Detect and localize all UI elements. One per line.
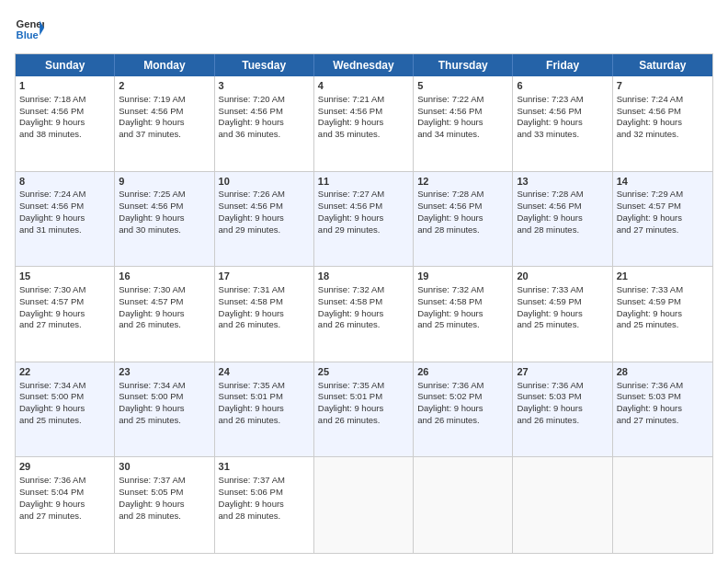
logo: General Blue (15, 15, 44, 44)
day-number: 4 (318, 79, 409, 93)
day-cell-6: 6Sunrise: 7:23 AMSunset: 4:56 PMDaylight… (513, 76, 612, 171)
day-info-line: Sunrise: 7:20 AM (219, 94, 310, 106)
day-info-line: Sunrise: 7:32 AM (318, 284, 409, 296)
day-info-line: and 26 minutes. (517, 415, 608, 427)
day-info-line: Sunset: 4:59 PM (517, 296, 608, 308)
day-cell-15: 15Sunrise: 7:30 AMSunset: 4:57 PMDayligh… (16, 267, 115, 362)
day-info-line: Daylight: 9 hours (318, 117, 409, 129)
day-info-line: and 28 minutes. (517, 224, 608, 236)
day-cell-4: 4Sunrise: 7:21 AMSunset: 4:56 PMDaylight… (314, 76, 414, 171)
day-info-line: Sunset: 5:00 PM (19, 391, 110, 403)
calendar-row-1: 8Sunrise: 7:24 AMSunset: 4:56 PMDaylight… (16, 172, 712, 268)
day-info-line: and 28 minutes. (417, 224, 508, 236)
day-info-line: Daylight: 9 hours (417, 308, 508, 320)
day-number: 17 (219, 270, 310, 283)
day-info-line: Daylight: 9 hours (617, 403, 709, 415)
day-info-line: Sunset: 5:06 PM (219, 487, 310, 499)
day-cell-26: 26Sunrise: 7:36 AMSunset: 5:02 PMDayligh… (414, 362, 513, 457)
day-info-line: Sunrise: 7:34 AM (19, 380, 110, 392)
day-cell-9: 9Sunrise: 7:25 AMSunset: 4:56 PMDaylight… (115, 172, 214, 267)
day-info-line: Sunrise: 7:29 AM (617, 189, 709, 201)
day-info-line: Daylight: 9 hours (119, 213, 210, 224)
day-info-line: Sunrise: 7:24 AM (617, 94, 709, 106)
day-number: 2 (119, 79, 210, 93)
empty-cell (314, 457, 414, 553)
day-header-saturday: Saturday (613, 54, 712, 76)
day-cell-10: 10Sunrise: 7:26 AMSunset: 4:56 PMDayligh… (215, 172, 314, 267)
day-cell-17: 17Sunrise: 7:31 AMSunset: 4:58 PMDayligh… (215, 267, 314, 362)
day-number: 19 (417, 270, 508, 283)
day-header-wednesday: Wednesday (314, 54, 414, 76)
day-info-line: Sunset: 4:56 PM (318, 201, 409, 213)
day-info-line: Sunrise: 7:31 AM (219, 284, 310, 296)
calendar-row-0: 1Sunrise: 7:18 AMSunset: 4:56 PMDaylight… (16, 76, 712, 172)
day-info-line: and 37 minutes. (119, 129, 210, 141)
day-cell-23: 23Sunrise: 7:34 AMSunset: 5:00 PMDayligh… (115, 362, 214, 457)
day-info-line: Sunrise: 7:35 AM (318, 380, 409, 392)
day-info-line: Sunset: 5:03 PM (617, 391, 709, 403)
day-number: 21 (617, 270, 709, 283)
day-header-monday: Monday (115, 54, 214, 76)
logo-icon: General Blue (15, 15, 44, 44)
day-info-line: Daylight: 9 hours (19, 308, 110, 320)
day-info-line: Sunset: 5:00 PM (119, 391, 210, 403)
day-info-line: Sunrise: 7:37 AM (219, 475, 310, 487)
day-cell-7: 7Sunrise: 7:24 AMSunset: 4:56 PMDaylight… (613, 76, 712, 171)
day-header-tuesday: Tuesday (215, 54, 314, 76)
day-number: 14 (617, 175, 709, 189)
day-info-line: Daylight: 9 hours (19, 403, 110, 415)
day-info-line: and 27 minutes. (19, 319, 110, 331)
day-cell-25: 25Sunrise: 7:35 AMSunset: 5:01 PMDayligh… (314, 362, 414, 457)
day-cell-31: 31Sunrise: 7:37 AMSunset: 5:06 PMDayligh… (215, 457, 314, 553)
day-number: 27 (517, 365, 608, 379)
day-info-line: and 29 minutes. (219, 224, 310, 236)
day-info-line: Sunrise: 7:33 AM (617, 284, 709, 296)
day-info-line: Daylight: 9 hours (617, 213, 709, 224)
day-info-line: Sunrise: 7:35 AM (219, 380, 310, 392)
day-info-line: Sunset: 4:57 PM (19, 296, 110, 308)
day-info-line: and 29 minutes. (318, 224, 409, 236)
day-cell-13: 13Sunrise: 7:28 AMSunset: 4:56 PMDayligh… (513, 172, 612, 267)
day-info-line: Sunrise: 7:18 AM (19, 94, 110, 106)
day-cell-14: 14Sunrise: 7:29 AMSunset: 4:57 PMDayligh… (613, 172, 712, 267)
day-info-line: Sunset: 4:56 PM (417, 201, 508, 213)
day-info-line: and 27 minutes. (617, 224, 709, 236)
day-info-line: Daylight: 9 hours (219, 308, 310, 320)
day-info-line: Sunrise: 7:33 AM (517, 284, 608, 296)
day-number: 8 (19, 175, 110, 189)
day-info-line: and 26 minutes. (318, 319, 409, 331)
day-cell-18: 18Sunrise: 7:32 AMSunset: 4:58 PMDayligh… (314, 267, 414, 362)
day-info-line: Daylight: 9 hours (119, 403, 210, 415)
day-info-line: Sunset: 4:56 PM (318, 106, 409, 118)
day-cell-21: 21Sunrise: 7:33 AMSunset: 4:59 PMDayligh… (613, 267, 712, 362)
day-number: 12 (417, 175, 508, 189)
day-number: 24 (219, 365, 310, 379)
day-info-line: Sunrise: 7:34 AM (119, 380, 210, 392)
day-info-line: Sunrise: 7:23 AM (517, 94, 608, 106)
day-info-line: Daylight: 9 hours (417, 117, 508, 129)
day-header-sunday: Sunday (16, 54, 115, 76)
day-number: 3 (219, 79, 310, 93)
day-cell-29: 29Sunrise: 7:36 AMSunset: 5:04 PMDayligh… (16, 457, 115, 553)
day-info-line: Sunset: 4:56 PM (417, 106, 508, 118)
calendar-header: SundayMondayTuesdayWednesdayThursdayFrid… (16, 54, 712, 76)
day-cell-5: 5Sunrise: 7:22 AMSunset: 4:56 PMDaylight… (414, 76, 513, 171)
day-cell-19: 19Sunrise: 7:32 AMSunset: 4:58 PMDayligh… (414, 267, 513, 362)
day-info-line: Daylight: 9 hours (517, 117, 608, 129)
day-number: 22 (19, 365, 110, 379)
day-info-line: Daylight: 9 hours (19, 213, 110, 224)
day-info-line: Sunrise: 7:36 AM (617, 380, 709, 392)
day-info-line: Sunrise: 7:30 AM (119, 284, 210, 296)
svg-text:Blue: Blue (17, 29, 39, 40)
day-number: 26 (417, 365, 508, 379)
day-number: 18 (318, 270, 409, 283)
day-info-line: Daylight: 9 hours (219, 117, 310, 129)
day-cell-30: 30Sunrise: 7:37 AMSunset: 5:05 PMDayligh… (115, 457, 214, 553)
page: General Blue SundayMondayTuesdayWednesda… (0, 0, 728, 563)
calendar-row-2: 15Sunrise: 7:30 AMSunset: 4:57 PMDayligh… (16, 267, 712, 362)
day-info-line: Daylight: 9 hours (517, 308, 608, 320)
day-cell-8: 8Sunrise: 7:24 AMSunset: 4:56 PMDaylight… (16, 172, 115, 267)
day-number: 16 (119, 270, 210, 283)
day-number: 28 (617, 365, 709, 379)
day-info-line: Daylight: 9 hours (219, 403, 310, 415)
